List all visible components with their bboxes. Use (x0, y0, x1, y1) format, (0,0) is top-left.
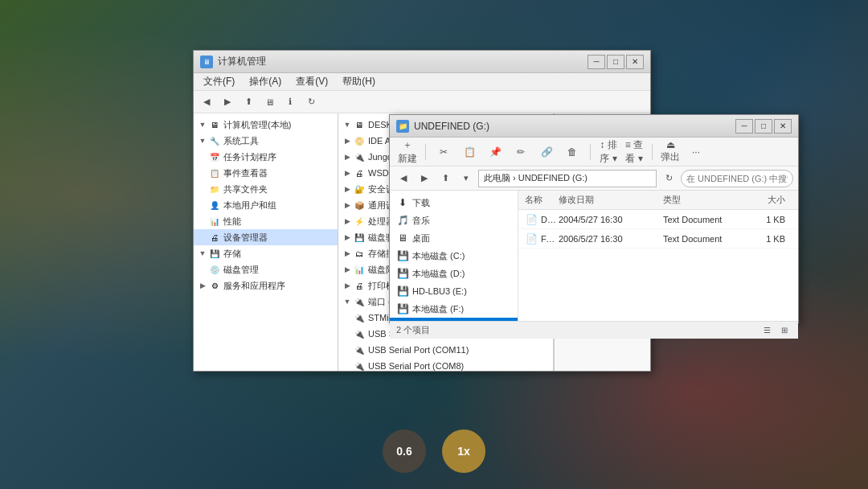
menu-file[interactable]: 文件(F) (197, 73, 241, 90)
explorer-window-controls: ─ □ ✕ (735, 119, 792, 134)
expander-root: ▼ (197, 119, 208, 130)
toolbar-separator-2 (590, 144, 591, 160)
toolbar-separator-3 (652, 144, 653, 160)
exp-rename-button[interactable]: ✏ (510, 142, 532, 162)
sidebar-drive-d[interactable]: 💾 本地磁盘 (D:) (390, 265, 518, 282)
tb-up[interactable]: ⬆ (239, 93, 258, 111)
menu-help[interactable]: 帮助(H) (336, 73, 382, 90)
tree-system-tools[interactable]: ▼ 🔧 系统工具 (194, 133, 338, 149)
address-bar[interactable] (478, 170, 657, 187)
file-row-details[interactable]: 📄 DETAILS 2004/5/27 16:30 Text Document … (518, 210, 798, 229)
col-name[interactable]: 名称 (525, 194, 559, 206)
drive-g-icon: 💾 (396, 320, 409, 321)
file-row-fail[interactable]: 📄 FAIL 2006/5/27 16:30 Text Document 1 K… (518, 229, 798, 249)
explorer-sidebar: ⬇ 下载 🎵 音乐 🖥 桌面 💾 本地磁盘 (C:) 💾 本地磁盘 (390, 191, 518, 321)
expander-dm (197, 232, 208, 243)
sidebar-drive-d-label: 本地磁盘 (D:) (412, 268, 465, 280)
explorer-title: UNDEFINED (G:) (414, 121, 735, 132)
tree-local-users[interactable]: 👤 本地用户和组 (194, 197, 338, 213)
maximize-button[interactable]: □ (607, 55, 624, 69)
view-grid-button[interactable]: ⊞ (777, 323, 792, 338)
expander-ev (197, 167, 208, 179)
sidebar-desktop[interactable]: 🖥 桌面 (390, 229, 518, 247)
exp-cut-button[interactable]: ✂ (432, 142, 455, 162)
sidebar-drive-e-label: HD-LBU3 (E:) (412, 286, 467, 296)
expander-system: ▼ (197, 135, 208, 146)
svc-icon: ⚙ (208, 279, 221, 292)
dev-com8a[interactable]: 🔌 USB Serial Port (COM8) (338, 358, 553, 371)
tree-shared-folders[interactable]: 📁 共享文件夹 (194, 181, 338, 197)
ts-label: 任务计划程序 (223, 151, 276, 163)
explorer-main-area: 名称 修改日期 类型 大小 📄 DETAILS 2004/5/27 16:30 … (518, 191, 798, 321)
tree-performance[interactable]: 📊 性能 (194, 213, 338, 229)
stor-icon: 💾 (208, 247, 221, 260)
nav-up[interactable]: ⬆ (436, 170, 454, 187)
nav-back[interactable]: ◀ (395, 170, 412, 187)
exp-close-button[interactable]: ✕ (774, 119, 792, 134)
tb-properties[interactable]: ℹ (280, 93, 300, 111)
speed-button[interactable]: 0.6 (383, 429, 426, 473)
tb-forward[interactable]: ▶ (218, 93, 237, 111)
explorer-titlebar: 📁 UNDEFINED (G:) ─ □ ✕ (390, 115, 798, 138)
tree-root[interactable]: ▼ 🖥 计算机管理(本地) (194, 117, 338, 133)
col-date[interactable]: 修改日期 (559, 194, 663, 206)
exp-maximize-button[interactable]: □ (755, 119, 772, 134)
root-icon: 🖥 (208, 118, 221, 131)
file-fail-size: 1 KB (743, 234, 792, 244)
exp-new-button[interactable]: ＋ 新建 (396, 142, 419, 162)
sidebar-desktop-label: 桌面 (412, 232, 430, 244)
ev-label: 事件查看器 (223, 167, 268, 179)
exp-share-button[interactable]: 🔗 (535, 142, 558, 162)
device-manager-toolbar: ◀ ▶ ⬆ 🖥 ℹ ↻ (194, 91, 650, 113)
sidebar-drive-c-label: 本地磁盘 (C:) (412, 250, 465, 262)
sf-label: 共享文件夹 (223, 183, 268, 195)
stor-label: 存储 (223, 248, 241, 260)
exp-more-button[interactable]: ··· (685, 142, 707, 162)
col-size[interactable]: 大小 (743, 194, 792, 206)
nav-forward[interactable]: ▶ (416, 170, 433, 187)
tree-event-viewer[interactable]: 📋 事件查看器 (194, 165, 338, 181)
tb-refresh[interactable]: ↻ (301, 93, 321, 111)
tree-disk-management[interactable]: 💿 磁盘管理 (194, 261, 338, 277)
exp-copy-button[interactable]: 📋 (458, 142, 481, 162)
address-refresh[interactable]: ↻ (660, 170, 678, 187)
tree-device-manager[interactable]: 🖨 设备管理器 (194, 229, 338, 245)
tb-show-hide[interactable]: 🖥 (260, 93, 279, 111)
view-list-button[interactable]: ☰ (760, 323, 774, 338)
search-input[interactable] (681, 170, 793, 187)
exp-sort-button[interactable]: ↕ 排序 ▾ (597, 142, 620, 162)
file-fail-icon: 📄 (525, 232, 538, 245)
sidebar-drive-f[interactable]: 💾 本地磁盘 (F:) (390, 300, 518, 318)
tb-back[interactable]: ◀ (197, 93, 216, 111)
menu-action[interactable]: 操作(A) (243, 73, 288, 90)
file-details-name: DETAILS (541, 215, 559, 224)
sidebar-drive-e[interactable]: 💾 HD-LBU3 (E:) (390, 282, 518, 300)
exp-eject-button[interactable]: ⏏ 弹出 (659, 142, 682, 162)
drive-d-icon: 💾 (396, 267, 409, 280)
tree-services[interactable]: ▶ ⚙ 服务和应用程序 (194, 277, 338, 294)
exp-view-button[interactable]: ≡ 查看 ▾ (623, 142, 645, 162)
drive-e-icon: 💾 (396, 285, 409, 298)
sidebar-music[interactable]: 🎵 音乐 (390, 212, 518, 229)
minimize-button[interactable]: ─ (588, 55, 605, 69)
sf-icon: 📁 (208, 183, 221, 195)
close-button[interactable]: ✕ (626, 55, 644, 69)
exp-paste-button[interactable]: 📌 (484, 142, 506, 162)
dev-com11[interactable]: 🔌 USB Serial Port (COM11) (338, 342, 553, 358)
file-details-type: Text Document (663, 215, 743, 224)
toolbar-separator-1 (425, 144, 426, 160)
exp-delete-button[interactable]: 🗑 (561, 142, 583, 162)
menu-view[interactable]: 查看(V) (289, 73, 334, 90)
perf-label: 性能 (223, 216, 241, 228)
sidebar-drive-g[interactable]: 💾 UNDEFINED (G:) (390, 318, 518, 321)
tree-task-scheduler[interactable]: 📅 任务计划程序 (194, 149, 338, 165)
sidebar-download[interactable]: ⬇ 下载 (390, 194, 518, 212)
explorer-addressbar: ◀ ▶ ⬆ ▾ ↻ (390, 166, 798, 191)
exp-minimize-button[interactable]: ─ (735, 119, 753, 134)
nav-recent[interactable]: ▾ (457, 170, 475, 187)
sidebar-drive-c[interactable]: 💾 本地磁盘 (C:) (390, 247, 518, 265)
lu-label: 本地用户和组 (223, 199, 276, 212)
col-type[interactable]: 类型 (663, 194, 743, 206)
zoom-button[interactable]: 1x (442, 429, 485, 473)
tree-storage[interactable]: ▼ 💾 存储 (194, 245, 338, 261)
